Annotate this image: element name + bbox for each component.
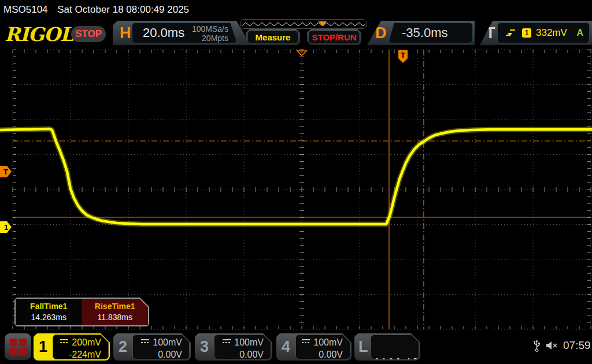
falltime-label: FallTime1: [16, 302, 82, 311]
waveform-thumbnail-icon: [240, 20, 365, 28]
oscilloscope-screen: MSO5104 Sat October 18 08:00:49 2025 RIG…: [0, 0, 592, 364]
datetime-text: Sat October 18 08:00:49 2025: [57, 4, 189, 16]
svg-text:T: T: [401, 51, 405, 60]
run-state-badge: STOP: [71, 26, 106, 42]
risetime-label: RiseTime1: [82, 302, 149, 311]
delay-value: -35.0ms: [402, 25, 447, 40]
trigger-source-badge: 1: [522, 28, 531, 38]
dc-coupling-icon: [60, 339, 69, 344]
trigger-flag-letter: T: [3, 168, 8, 176]
usb-icon: [533, 339, 541, 352]
channel3-scale: 100mV: [234, 337, 264, 347]
rigol-logo: RIGOL: [5, 23, 73, 46]
trigger-level-value: 332mV: [536, 27, 567, 39]
speaker-muted-icon: [545, 340, 559, 351]
channel4-box[interactable]: 4 100mV 0.00V: [276, 333, 352, 361]
channel1-scale: 200mV: [72, 337, 101, 347]
falling-edge-icon: [505, 28, 516, 38]
channel3-box[interactable]: 3 100mV 0.00V: [195, 333, 272, 361]
delay-settings-button[interactable]: D -35.0ms: [367, 21, 475, 45]
sample-rate: 100MSa/s: [192, 24, 228, 34]
delay-label: D: [375, 21, 387, 45]
status-icons: 07:59: [533, 338, 591, 353]
channel1-flag-number: 1: [4, 223, 8, 232]
trigger-mode-indicator: A: [576, 28, 583, 38]
channel1-box[interactable]: 1 200mV -224mV: [34, 333, 110, 361]
channel4-offset: 0.00V: [301, 348, 343, 361]
horizontal-label: H: [120, 21, 131, 45]
trigger-label: T: [486, 21, 495, 45]
dc-coupling-icon: [222, 339, 231, 344]
channel-menu-button[interactable]: [5, 333, 31, 360]
horizontal-settings-button[interactable]: H 20.0ms 100MSa/s 20Mpts: [113, 21, 250, 45]
acquisition-info: 100MSa/s 20Mpts: [192, 24, 228, 43]
falltime-value: 14.263ms: [16, 313, 82, 322]
clock-text: 07:59: [563, 339, 591, 352]
risetime-value: 11.838ms: [82, 313, 149, 322]
trigger-box[interactable]: 1 332mV A: [497, 23, 590, 43]
logic-label: L: [358, 338, 368, 356]
measurement-falltime[interactable]: FallTime1 14.263ms: [16, 299, 82, 325]
logic-channels-box[interactable]: L 0 1 2 3 4 5 6 7 8 9 1011 12131415: [354, 333, 420, 361]
memory-depth: 20Mpts: [192, 34, 228, 43]
channel1-number: 1: [39, 338, 47, 356]
model-name: MSO5104: [3, 4, 48, 16]
channel3-offset: 0.00V: [222, 348, 264, 361]
measurement-results-panel: FallTime1 14.263ms RiseTime1 11.838ms: [14, 298, 149, 326]
channel4-number: 4: [282, 338, 290, 356]
graticule-and-trace: T: [0, 47, 592, 330]
title-bar: MSO5104 Sat October 18 08:00:49 2025: [0, 0, 592, 17]
channel1-offset: -224mV: [60, 348, 101, 361]
dc-coupling-icon: [140, 339, 150, 344]
measure-button[interactable]: Measure: [246, 29, 300, 45]
logic-digits-row1: 0 1 2 3 4 5 6 7: [375, 356, 432, 364]
stop-run-button[interactable]: STOP/RUN: [307, 29, 361, 45]
channel2-number: 2: [119, 338, 127, 356]
timebase-value: 20.0ms: [143, 25, 184, 40]
channel2-box[interactable]: 2 100mV 0.00V: [113, 333, 191, 361]
stop-run-button-label: STOP/RUN: [309, 31, 360, 43]
measurement-risetime[interactable]: RiseTime1 11.838ms: [82, 299, 149, 325]
channel3-number: 3: [200, 338, 209, 356]
timebase-box[interactable]: 20.0ms 100MSa/s 20Mpts: [132, 23, 237, 43]
trigger-level-marker[interactable]: T: [0, 166, 13, 177]
channel4-scale: 100mV: [313, 337, 343, 347]
channel2-offset: 0.00V: [140, 348, 182, 361]
trigger-settings-button[interactable]: T 1 332mV A: [480, 21, 592, 45]
grid-menu-icon: [10, 339, 26, 355]
dc-coupling-icon: [301, 339, 310, 344]
measure-button-label: Measure: [247, 31, 298, 43]
delay-box[interactable]: -35.0ms: [388, 23, 473, 43]
waveform-position-bar[interactable]: [240, 19, 367, 29]
channel2-scale: 100mV: [153, 337, 182, 347]
waveform-display-area[interactable]: T T 1 FallTime1 14.263ms RiseTime1 11: [0, 47, 592, 330]
channel1-ground-marker[interactable]: 1: [0, 221, 13, 233]
